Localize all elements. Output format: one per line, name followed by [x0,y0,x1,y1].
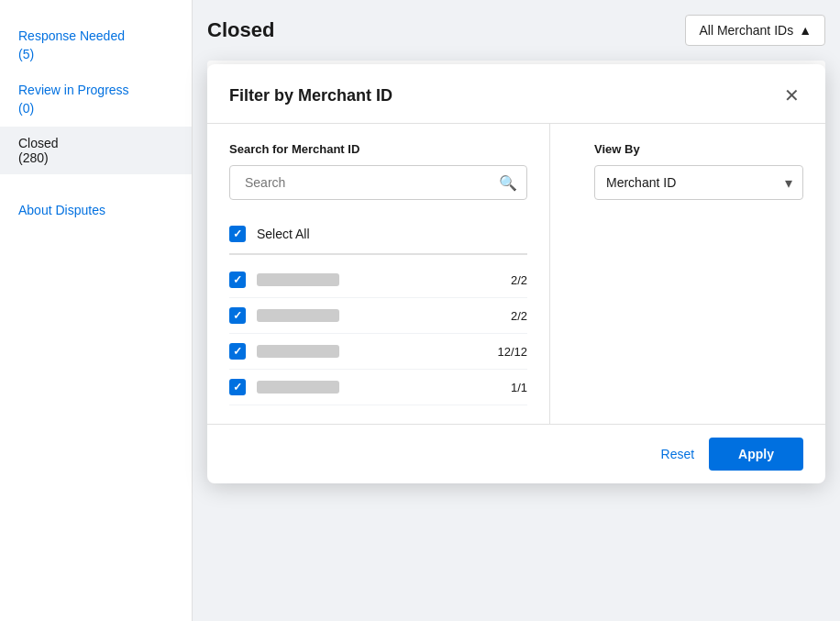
main-content: Closed All Merchant IDs ▲ D-s D-s D-n D-… [193,0,840,621]
merchant-id-placeholder [257,345,339,358]
select-all-checkbox[interactable] [229,226,246,242]
merchant-id-placeholder [257,309,339,322]
sidebar-item-about-disputes[interactable]: About Disputes [0,193,192,229]
chevron-up-icon: ▲ [799,23,812,38]
merchant-checkbox-4[interactable] [229,379,246,395]
about-disputes-link[interactable]: About Disputes [18,203,105,217]
select-all-label: Select All [257,227,310,241]
apply-button[interactable]: Apply [709,438,803,471]
search-section-label: Search for Merchant ID [229,142,527,156]
filter-right-panel: View By Merchant ID [550,124,825,424]
sidebar-item-closed[interactable]: Closed (280) [0,127,192,174]
filter-list: 2/2 2/2 12/12 1/1 [229,254,527,405]
merchant-count-4: 1/1 [511,381,527,394]
merchant-count-1: 2/2 [511,273,527,287]
search-input[interactable] [239,166,499,199]
sidebar-link-response-needed[interactable]: Response Needed (5) [18,28,173,63]
filter-list-item[interactable]: 1/1 [229,370,527,405]
filter-list-item[interactable]: 2/2 [229,262,527,298]
reset-button[interactable]: Reset [661,447,695,461]
view-by-select-wrapper: Merchant ID [594,165,803,200]
merchant-filter-label: All Merchant IDs [699,23,793,38]
closed-label: Closed [18,136,173,150]
merchant-checkbox-1[interactable] [229,272,246,288]
filter-modal-header: Filter by Merchant ID ✕ [207,64,825,124]
merchant-checkbox-2[interactable] [229,307,246,324]
filter-left-panel: Search for Merchant ID 🔍 Select All 2/2 [207,124,550,424]
sidebar: Response Needed (5) Review in Progress (… [0,0,193,621]
view-by-select[interactable]: Merchant ID [594,165,803,200]
close-button[interactable]: ✕ [780,83,803,108]
closed-count: (280) [18,150,173,165]
merchant-id-placeholder [257,381,339,394]
select-all-row[interactable]: Select All [229,215,527,254]
page-title: Closed [207,18,274,42]
search-icon: 🔍 [499,174,517,192]
sidebar-link-review-in-progress[interactable]: Review in Progress (0) [18,82,173,117]
main-header: Closed All Merchant IDs ▲ [207,15,825,46]
filter-modal-title: Filter by Merchant ID [229,86,392,105]
sidebar-item-response-needed[interactable]: Response Needed (5) [0,18,192,72]
view-by-section: View By Merchant ID [572,142,803,200]
sidebar-item-review-in-progress[interactable]: Review in Progress (0) [0,72,192,127]
merchant-filter-button[interactable]: All Merchant IDs ▲ [685,15,825,46]
filter-list-item[interactable]: 2/2 [229,298,527,334]
merchant-count-2: 2/2 [511,309,527,323]
view-by-label: View By [594,142,803,156]
merchant-count-3: 12/12 [497,345,527,359]
search-box: 🔍 [229,165,527,200]
filter-modal-footer: Reset Apply [207,424,825,483]
filter-list-item[interactable]: 12/12 [229,334,527,370]
merchant-checkbox-3[interactable] [229,343,246,360]
filter-modal: Filter by Merchant ID ✕ Search for Merch… [207,64,825,483]
merchant-id-placeholder [257,273,339,286]
filter-modal-body: Search for Merchant ID 🔍 Select All 2/2 [207,124,825,424]
